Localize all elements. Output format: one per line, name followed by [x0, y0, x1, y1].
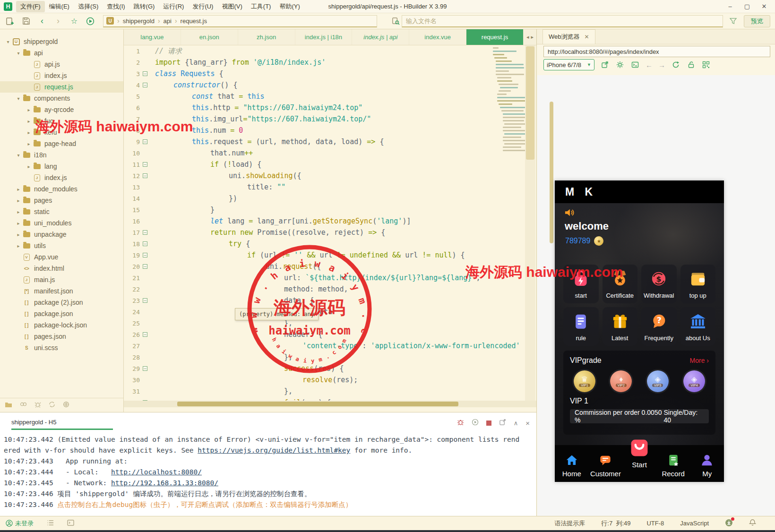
fold-marker[interactable]: – [140, 68, 150, 79]
line-number[interactable]: 30 [124, 374, 140, 386]
line-number[interactable]: 3 [124, 68, 140, 79]
grid-item-frequently[interactable]: ?Frequently [641, 307, 677, 346]
breadcrumb-folder[interactable]: api [164, 17, 172, 25]
vip-badge-vip3[interactable]: ◈VIP3 [647, 370, 669, 392]
favorite-star-icon[interactable]: ☆ [68, 16, 80, 27]
line-number[interactable]: 18 [124, 238, 140, 249]
fold-marker[interactable]: – [140, 363, 150, 374]
menu-item-6[interactable]: 发行(U) [188, 1, 217, 12]
tree-chevron-icon[interactable]: ▾ [15, 51, 22, 56]
fold-marker[interactable]: – [140, 261, 150, 272]
menu-item-4[interactable]: 跳转(G) [129, 1, 159, 12]
browser-back-icon[interactable]: ← [646, 61, 653, 69]
line-number[interactable]: 11 [124, 159, 140, 170]
vip-badge-vip2[interactable]: ♦VIP2 [610, 370, 632, 392]
search-file-icon[interactable] [389, 16, 402, 27]
tree-item-uni-modules[interactable]: ▸uni_modules [0, 217, 123, 229]
browser-scrollbar[interactable] [550, 102, 553, 243]
tree-chevron-icon[interactable]: ▸ [15, 198, 22, 203]
line-number[interactable]: 28 [124, 352, 140, 363]
debug-panel-icon[interactable] [34, 401, 41, 410]
fold-icon[interactable]: – [143, 83, 147, 87]
tree-item-uni-scss[interactable]: Suni.scss [0, 342, 123, 353]
line-number[interactable]: 21 [124, 272, 140, 283]
menu-item-5[interactable]: 运行(R) [159, 1, 188, 12]
console-tab[interactable]: shippergold - H5 [11, 419, 113, 430]
terminal-status-icon[interactable] [67, 520, 74, 527]
fold-marker[interactable]: – [140, 295, 150, 306]
sync-panel-icon[interactable] [49, 401, 55, 410]
nav-item-record[interactable]: Record [656, 445, 690, 482]
tree-chevron-icon[interactable]: ▸ [26, 141, 32, 146]
console-link[interactable]: https://vuejs.org/guide/list.html#key [198, 446, 350, 454]
tree-item-index-js[interactable]: Jindex.js [0, 172, 123, 183]
find-panel-icon[interactable] [20, 401, 27, 410]
fold-icon[interactable]: – [143, 162, 147, 167]
line-number[interactable]: 20 [124, 261, 140, 272]
tree-chevron-icon[interactable]: ▸ [26, 164, 32, 169]
tree-item-package-lock-json[interactable]: [ ]package-lock.json [0, 319, 123, 331]
line-number[interactable]: 23 [124, 295, 140, 306]
line-number[interactable]: 22 [124, 283, 140, 295]
menu-item-1[interactable]: 编辑(E) [45, 1, 74, 12]
browser-forward-icon[interactable]: → [658, 61, 665, 69]
tree-chevron-icon[interactable]: ▾ [5, 39, 11, 44]
syntax-lib-label[interactable]: 语法提示库 [554, 519, 585, 528]
login-status[interactable]: 未登录 [6, 519, 34, 528]
fold-icon[interactable]: – [143, 241, 147, 246]
line-number[interactable]: 1 [124, 45, 140, 57]
line-number[interactable]: 5 [124, 91, 140, 102]
line-number[interactable]: 13 [124, 181, 140, 193]
line-number[interactable]: 26 [124, 329, 140, 340]
tab-scroll-left-icon[interactable]: ◂ [526, 34, 529, 40]
tab-scroll-right-icon[interactable]: ▸ [531, 34, 534, 40]
menu-item-0[interactable]: 文件(F) [16, 1, 45, 12]
tree-item-request-js[interactable]: Jrequest.js [0, 81, 123, 93]
vip-badge-vip1[interactable]: ♛VIP1 [574, 370, 595, 392]
tree-item-package--2--json[interactable]: [ ]package (2).json [0, 297, 123, 308]
save-icon[interactable] [20, 16, 32, 27]
grid-item-top-up[interactable]: top up [680, 265, 716, 303]
close-tab-icon[interactable]: ✕ [585, 34, 589, 40]
back-icon[interactable]: ‹ [36, 16, 48, 27]
tree-item-lang[interactable]: ▸lang [0, 161, 123, 172]
menu-item-3[interactable]: 查找(I) [103, 1, 129, 12]
url-input[interactable] [543, 46, 770, 57]
tree-item-unpackage[interactable]: ▸unpackage [0, 229, 123, 240]
extensions-panel-icon[interactable] [63, 401, 69, 410]
tree-item-api-js[interactable]: Japi.js [0, 59, 123, 70]
line-number[interactable]: 24 [124, 306, 140, 317]
fold-marker[interactable]: – [140, 249, 150, 261]
tree-chevron-icon[interactable]: ▸ [26, 107, 32, 112]
console-link[interactable]: http://localhost:8080/ [111, 468, 202, 476]
vip-badge-vip4[interactable]: ◈VIP4 [683, 370, 705, 392]
menu-item-7[interactable]: 视图(V) [217, 1, 246, 12]
filter-icon[interactable] [727, 16, 739, 27]
tree-item-components[interactable]: ▾components [0, 93, 123, 104]
device-selector[interactable]: iPhone 6/7/8 ▼ [543, 59, 594, 70]
line-number[interactable]: 27 [124, 340, 140, 352]
line-number[interactable]: 15 [124, 204, 140, 215]
line-number[interactable]: 25 [124, 317, 140, 329]
line-number[interactable]: 32 [124, 397, 140, 401]
tree-item-index-js[interactable]: Jindex.js [0, 70, 123, 81]
unlock-icon[interactable] [686, 60, 696, 69]
tree-item-app-vue[interactable]: VApp.vue [0, 251, 123, 263]
language-label[interactable]: JavaScript [680, 520, 709, 527]
fold-icon[interactable]: – [143, 230, 147, 235]
collapse-panel-icon[interactable]: ∧ [514, 420, 518, 427]
grid-item-withdrawal[interactable]: $Withdrawal [641, 265, 677, 303]
tree-item-ay-qrcode[interactable]: ▸ay-qrcode [0, 104, 123, 115]
menu-item-2[interactable]: 选择(S) [74, 1, 103, 12]
cursor-position[interactable]: 行:7 列:49 [601, 519, 630, 528]
tree-item-pages[interactable]: ▸pages [0, 195, 123, 206]
web-browser-tab[interactable]: Web浏览器 ✕ [542, 29, 595, 44]
forward-icon[interactable]: › [52, 16, 64, 27]
tree-chevron-icon[interactable]: ▸ [15, 221, 22, 226]
line-number[interactable]: 9 [124, 136, 140, 147]
run-icon[interactable] [84, 16, 96, 27]
bell-icon[interactable] [749, 519, 756, 528]
fold-icon[interactable]: – [143, 173, 147, 178]
editor-tab-index-vue[interactable]: index.vue [409, 29, 466, 45]
refresh-icon[interactable] [671, 60, 680, 69]
